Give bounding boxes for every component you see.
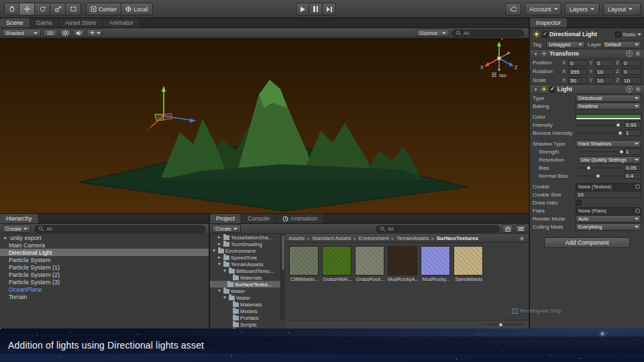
- tab-animator[interactable]: Animator: [103, 18, 140, 27]
- scrollbar-thumb[interactable]: [282, 235, 284, 270]
- expand-arrow-icon[interactable]: [222, 294, 227, 301]
- tab-hierarchy[interactable]: Hierarchy: [0, 214, 39, 223]
- scale-x-field[interactable]: 50: [568, 77, 588, 84]
- hierarchy-create-dropdown[interactable]: Create: [2, 225, 31, 233]
- rotation-z-field[interactable]: 0: [622, 68, 641, 75]
- slider-knob[interactable]: [586, 166, 591, 170]
- baking-dropdown[interactable]: Realtime: [576, 103, 641, 110]
- object-name[interactable]: Directional Light: [549, 31, 614, 38]
- tree-item[interactable]: Prefabs: [210, 314, 280, 321]
- scene-search-input[interactable]: All: [451, 29, 524, 37]
- light-enabled-checkbox[interactable]: [549, 86, 555, 93]
- gizmos-dropdown[interactable]: Gizmos: [416, 29, 449, 37]
- thumbnail-size-slider[interactable]: [486, 322, 523, 327]
- hierarchy-item[interactable]: Particle System (3): [0, 278, 209, 286]
- position-x-field[interactable]: 0: [568, 60, 588, 66]
- intensity-slider[interactable]: [576, 121, 623, 129]
- scale-y-field[interactable]: 10: [595, 77, 614, 84]
- expand-arrow-icon[interactable]: [217, 241, 222, 247]
- static-checkbox[interactable]: [615, 32, 621, 38]
- scale-z-field[interactable]: 10: [622, 77, 641, 84]
- tree-item-selected[interactable]: SurfaceTextur...: [210, 281, 280, 288]
- pause-button[interactable]: [309, 3, 323, 15]
- hand-tool-button[interactable]: [4, 3, 19, 15]
- foldout-arrow-icon[interactable]: [533, 86, 539, 93]
- shading-mode-dropdown[interactable]: Shaded: [2, 29, 41, 37]
- asset-item[interactable]: GrassHillAl...: [322, 246, 353, 282]
- breadcrumb-segment[interactable]: Environment: [352, 235, 389, 241]
- asset-item[interactable]: GrassRock...: [355, 246, 386, 282]
- resolution-dropdown[interactable]: Use Quality Settings: [578, 156, 641, 164]
- hierarchy-item[interactable]: Main Camera: [0, 241, 209, 249]
- object-picker-icon[interactable]: [633, 208, 641, 214]
- asset-item[interactable]: MudRockyA...: [388, 246, 419, 282]
- tree-item[interactable]: Materials: [210, 301, 280, 308]
- breadcrumb-segment[interactable]: Assets: [288, 235, 305, 241]
- tab-animation[interactable]: Animation: [276, 214, 324, 223]
- breadcrumb-segment[interactable]: Standard Assets: [305, 235, 352, 241]
- bias-slider[interactable]: [578, 164, 623, 172]
- step-button[interactable]: [323, 3, 336, 15]
- account-dropdown[interactable]: Account: [525, 3, 561, 15]
- layers-dropdown[interactable]: Layers: [565, 3, 600, 15]
- bounce-intensity-slider[interactable]: [576, 129, 623, 137]
- rect-tool-button[interactable]: [66, 3, 81, 15]
- scene-lighting-toggle[interactable]: [60, 29, 71, 37]
- project-search-input[interactable]: All: [376, 225, 500, 233]
- tab-asset-store[interactable]: Asset Store: [59, 18, 103, 27]
- rotate-tool-button[interactable]: [35, 3, 50, 15]
- gear-icon[interactable]: [635, 50, 641, 57]
- expand-arrow-icon[interactable]: [217, 288, 222, 294]
- expand-arrow-icon[interactable]: [217, 261, 222, 267]
- transform-component-header[interactable]: Transform ?: [530, 49, 644, 58]
- move-tool-button[interactable]: [19, 3, 35, 15]
- breadcrumb-segment-current[interactable]: SurfaceTextures: [429, 235, 478, 241]
- hierarchy-item[interactable]: Particle System: [0, 256, 209, 263]
- expand-arrow-icon[interactable]: [222, 267, 227, 274]
- position-y-field[interactable]: 0: [595, 60, 614, 66]
- 2d-toggle[interactable]: 2D: [43, 29, 58, 37]
- hierarchy-item[interactable]: unity export: [0, 234, 209, 241]
- help-icon[interactable]: ?: [626, 86, 633, 93]
- bounce-intensity-value[interactable]: 1: [624, 129, 641, 136]
- layer-dropdown[interactable]: Default: [602, 41, 641, 48]
- project-lock-button[interactable]: [502, 225, 513, 233]
- tree-item[interactable]: TerrainAssets: [210, 261, 280, 267]
- add-component-button[interactable]: Add Component: [544, 237, 630, 248]
- cloud-button[interactable]: [505, 3, 521, 15]
- slider-knob[interactable]: [619, 149, 624, 154]
- tree-item[interactable]: BillboardTextu...: [210, 267, 280, 274]
- tree-item[interactable]: Environment: [210, 247, 280, 254]
- expand-arrow-icon[interactable]: [217, 254, 222, 261]
- play-button[interactable]: [296, 3, 309, 15]
- expand-arrow-icon[interactable]: [211, 247, 217, 254]
- strength-slider[interactable]: [578, 148, 623, 156]
- chevron-down-icon[interactable]: [637, 34, 641, 36]
- tab-console[interactable]: Console: [241, 214, 276, 223]
- scale-tool-button[interactable]: [50, 3, 66, 15]
- slider-knob[interactable]: [596, 174, 600, 178]
- asset-item[interactable]: SandAlbedo: [453, 246, 484, 282]
- asset-item[interactable]: MudRocky...: [421, 246, 451, 282]
- pivot-center-button[interactable]: Center: [86, 3, 121, 15]
- normal-bias-slider[interactable]: [578, 172, 623, 180]
- light-type-dropdown[interactable]: Directional: [576, 95, 641, 102]
- tree-item[interactable]: TessellationSha...: [210, 234, 280, 241]
- light-color-field[interactable]: [576, 114, 641, 120]
- hierarchy-item[interactable]: Terrain: [0, 293, 209, 300]
- strength-value[interactable]: 1: [624, 148, 641, 155]
- tree-item[interactable]: Water: [210, 294, 280, 301]
- tab-inspector[interactable]: Inspector: [530, 18, 568, 27]
- hierarchy-item[interactable]: Particle System (2): [0, 271, 209, 278]
- space-local-button[interactable]: Local: [121, 3, 153, 15]
- scene-viewport[interactable]: Y X Z Iso: [0, 38, 529, 213]
- star-icon[interactable]: [519, 235, 525, 241]
- tree-item[interactable]: Scripts: [210, 321, 280, 328]
- layout-dropdown[interactable]: Layout: [603, 3, 641, 15]
- light-component-header[interactable]: Light ?: [530, 84, 644, 94]
- slider-knob[interactable]: [498, 322, 503, 327]
- tree-item[interactable]: SpeedTree: [210, 254, 280, 261]
- tree-item[interactable]: Models: [210, 308, 280, 314]
- project-menu-button[interactable]: [515, 225, 527, 233]
- enabled-checkbox[interactable]: [542, 32, 548, 38]
